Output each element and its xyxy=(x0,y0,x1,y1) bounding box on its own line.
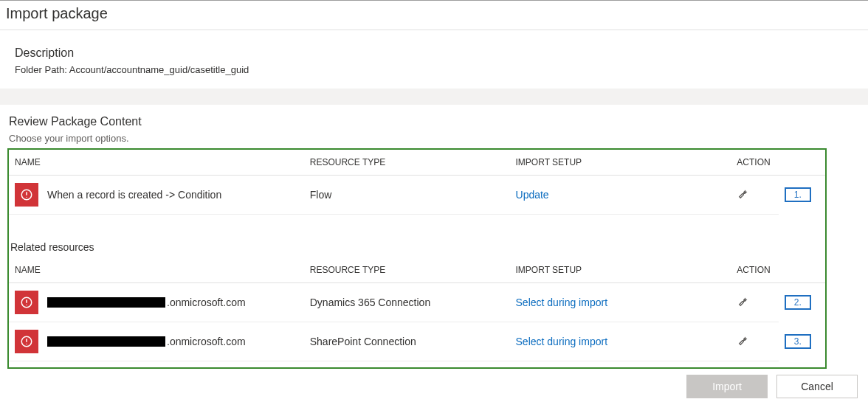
col-name: NAME xyxy=(9,150,304,176)
import-setup-link[interactable]: Select during import xyxy=(516,336,608,347)
configure-action[interactable] xyxy=(737,338,750,350)
import-setup-link[interactable]: Update xyxy=(516,189,549,201)
review-title: Review Package Content xyxy=(7,115,868,128)
svg-point-2 xyxy=(26,197,27,198)
review-subtitle: Choose your import options. xyxy=(7,133,868,144)
row-name: When a record is created -> Condition xyxy=(47,189,221,201)
col-action: ACTION xyxy=(731,150,779,176)
redacted-name xyxy=(47,297,165,308)
table-row: When a record is created -> Condition Fl… xyxy=(9,176,825,215)
col-import-setup: IMPORT SETUP xyxy=(510,150,731,176)
redacted-name xyxy=(47,336,165,347)
row-domain: .onmicrosoft.com xyxy=(165,297,246,308)
col-name: NAME xyxy=(9,257,304,283)
configure-action[interactable] xyxy=(737,299,750,311)
import-setup-link[interactable]: Select during import xyxy=(516,297,608,308)
col-resource-type: RESOURCE TYPE xyxy=(304,257,510,283)
cancel-button[interactable]: Cancel xyxy=(776,375,858,398)
callout-badge: 1. xyxy=(785,187,811,202)
col-resource-type: RESOURCE TYPE xyxy=(304,150,510,176)
table-row: .onmicrosoft.com Dynamics 365 Connection… xyxy=(9,283,825,322)
error-icon xyxy=(15,183,38,207)
footer-actions: Import Cancel xyxy=(0,369,868,398)
col-action: ACTION xyxy=(731,257,779,283)
title-bar: Import package xyxy=(0,0,868,30)
callout-badge: 3. xyxy=(785,334,811,349)
error-icon xyxy=(15,291,38,314)
row-resource-type: SharePoint Connection xyxy=(304,322,510,361)
package-content-highlight: NAME RESOURCE TYPE IMPORT SETUP ACTION W… xyxy=(7,148,827,369)
row-resource-type: Dynamics 365 Connection xyxy=(304,283,510,322)
col-callout xyxy=(779,257,825,283)
related-table: NAME RESOURCE TYPE IMPORT SETUP ACTION .… xyxy=(9,257,825,361)
callout-badge: 2. xyxy=(785,295,811,310)
folder-path: Folder Path: Account/accountname_guid/ca… xyxy=(15,64,853,75)
configure-action[interactable] xyxy=(737,191,750,203)
error-icon xyxy=(15,330,38,353)
page-title: Import package xyxy=(6,5,862,22)
svg-point-5 xyxy=(26,305,27,305)
col-callout xyxy=(779,150,825,176)
row-resource-type: Flow xyxy=(304,176,510,215)
svg-point-8 xyxy=(26,344,27,344)
description-section: Description Folder Path: Account/account… xyxy=(0,30,868,89)
review-section: Review Package Content Choose your impor… xyxy=(0,105,868,144)
col-import-setup: IMPORT SETUP xyxy=(510,257,731,283)
table-row: .onmicrosoft.com SharePoint Connection S… xyxy=(9,322,825,361)
section-divider xyxy=(0,89,868,105)
description-heading: Description xyxy=(15,46,853,60)
row-domain: .onmicrosoft.com xyxy=(165,336,246,347)
package-table: NAME RESOURCE TYPE IMPORT SETUP ACTION W… xyxy=(9,150,825,215)
import-button[interactable]: Import xyxy=(686,375,768,398)
related-title: Related resources xyxy=(9,241,825,257)
